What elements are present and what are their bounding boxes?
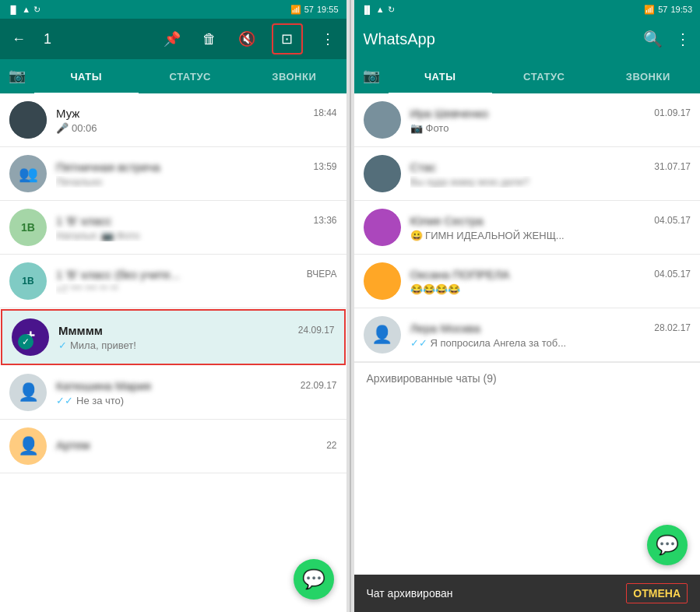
right-avatar-5: 👤 (364, 316, 401, 353)
right-avatar-2-img (364, 155, 401, 192)
chat-name-2: Пятничная встреча (56, 160, 160, 174)
chat-header-3: 1 'В' класс 13:36 (56, 214, 337, 227)
right-chat-header-2: Стас 31.07.17 (410, 160, 691, 174)
chat-name-7: Артем (56, 438, 90, 452)
avatar-4: 1В (9, 262, 47, 300)
archive-section[interactable]: Архивированные чаты (9) (354, 362, 701, 394)
left-fab[interactable]: 💬 (294, 559, 334, 600)
right-chat-item-4[interactable]: Оксана ПОПРЕЛА 04.05.17 😂😂😂😂 (354, 255, 701, 308)
chat-name-6: Катюшина Мария (56, 379, 151, 392)
sync-icon: ↻ (33, 5, 40, 15)
chat-item-3[interactable]: 1В 1 'В' класс 13:36 Наталья: 📷 Фото (0, 201, 346, 255)
status-tab[interactable]: СТАТУС (139, 60, 243, 94)
right-chat-content-3: Юлия Сестра 04.05.17 😀 ГИМН ИДЕАЛЬНОЙ ЖЕ… (410, 214, 691, 241)
left-action-toolbar: ← 1 📌 🗑 🔇 ⊡ ⋮ (0, 19, 346, 59)
chat-item-7[interactable]: 👤 Артем 22 (0, 420, 346, 473)
right-chat-item-2[interactable]: Стас 31.07.17 Вы куда маму мою дели? (354, 147, 701, 201)
phone-divider (350, 0, 351, 612)
right-fab-icon: 💬 (656, 534, 679, 556)
pin-button[interactable]: 📌 (160, 26, 185, 51)
right-chat-name-2: Стас (410, 160, 436, 174)
snackbar-message: Чат архивирован (367, 587, 453, 600)
snackbar: Чат архивирован ОТМЕНА (354, 575, 701, 612)
chat-content-4: 1 'В' класс (без учите... ВЧЕРА +7 *** *… (56, 268, 337, 295)
search-button[interactable]: 🔍 (643, 30, 663, 48)
chat-content-5: Ммммм 24.09.17 ✓ Мила, привет! (58, 324, 335, 351)
right-chat-item-1[interactable]: Ира Шевченко 01.09.17 📷 Фото (354, 93, 701, 147)
wifi-icon: 📶 (290, 5, 301, 15)
right-chat-item-3[interactable]: Юлия Сестра 04.05.17 😀 ГИМН ИДЕАЛЬНОЙ ЖЕ… (354, 201, 701, 255)
chat-content-7: Артем 22 (56, 438, 337, 454)
right-chat-name-4: Оксана ПОПРЕЛА (410, 268, 510, 281)
right-chat-time-2: 31.07.17 (654, 161, 691, 172)
chat-time-3: 13:36 (313, 215, 336, 226)
left-status-right: 📶 57 19:55 (290, 5, 339, 15)
left-phone: ▐▌ ▲ ↻ 📶 57 19:55 ← 1 📌 🗑 🔇 ⊡ ⋮ 📷 ЧАТЫ С… (0, 0, 346, 612)
right-chat-list: Ира Шевченко 01.09.17 📷 Фото Стас 31.07.… (354, 93, 701, 612)
right-avatar-1 (364, 101, 401, 139)
right-chat-header-5: Лера Москва 28.02.17 (410, 322, 691, 335)
chat-header-7: Артем 22 (56, 438, 337, 452)
avatar-7: 👤 (9, 427, 47, 465)
right-chat-time-1: 01.09.17 (654, 107, 691, 118)
right-battery-text: 57 (658, 5, 667, 14)
right-camera-icon: 📷 (363, 67, 380, 84)
archive-icon: ⊡ (275, 26, 300, 51)
right-chat-name-5: Лера Москва (410, 322, 480, 335)
right-avatar-4-img (364, 262, 401, 300)
chat-item-1[interactable]: Муж 18:44 🎤 00:06 (0, 93, 346, 147)
chat-time-4: ВЧЕРА (307, 269, 337, 280)
chat-header-6: Катюшина Мария 22.09.17 (56, 379, 337, 392)
more-menu-button[interactable]: ⋮ (675, 30, 691, 48)
chat-item-4[interactable]: 1В 1 'В' класс (без учите... ВЧЕРА +7 **… (0, 255, 346, 308)
camera-tab-icon[interactable]: 📷 (0, 67, 34, 84)
right-camera-tab[interactable]: 📷 (354, 67, 389, 84)
right-chat-header-3: Юлия Сестра 04.05.17 (410, 214, 691, 227)
avatar-7-img: 👤 (9, 427, 47, 465)
right-chat-time-3: 04.05.17 (654, 215, 691, 226)
right-fab[interactable]: 💬 (647, 525, 688, 565)
avatar-5: ✝ ✓ (12, 318, 49, 356)
chat-content-3: 1 'В' класс 13:36 Наталья: 📷 Фото (56, 214, 337, 241)
left-chat-list: Муж 18:44 🎤 00:06 👥 Пятничная встреча 13… (0, 93, 346, 612)
chat-preview-4: +7 *** *** ** ** (56, 283, 337, 295)
chat-item-6[interactable]: 👤 Катюшина Мария 22.09.17 ✓✓ Не за что) (0, 366, 346, 420)
calls-tab[interactable]: ЗВОНКИ (242, 60, 346, 94)
chat-item-5[interactable]: ✝ ✓ Ммммм 24.09.17 ✓ Мила, привет! (1, 309, 346, 365)
left-tabs: 📷 ЧАТЫ СТАТУС ЗВОНКИ (0, 59, 346, 93)
battery-text: 57 (304, 5, 314, 14)
more-button[interactable]: ⋮ (315, 26, 340, 51)
alert-icon: ▲ (22, 5, 30, 14)
avatar-1 (9, 101, 47, 139)
back-button[interactable]: ← (6, 26, 31, 51)
right-chat-preview-2: Вы куда маму мою дели? (410, 176, 691, 188)
chat-time-7: 22 (326, 440, 336, 451)
snackbar-action-button[interactable]: ОТМЕНА (626, 583, 688, 603)
right-chat-time-5: 28.02.17 (654, 322, 691, 333)
right-chat-item-5[interactable]: 👤 Лера Москва 28.02.17 ✓✓ Я попросила Ан… (354, 308, 701, 362)
right-chat-preview-5: ✓✓ Я попросила Ангела за тоб... (410, 337, 691, 349)
chats-tab[interactable]: ЧАТЫ (34, 60, 139, 94)
left-fab-icon: 💬 (302, 568, 325, 590)
left-status-bar: ▐▌ ▲ ↻ 📶 57 19:55 (0, 0, 346, 19)
chat-item-2[interactable]: 👥 Пятничная встреча 13:59 Печально (0, 147, 346, 201)
chat-header-2: Пятничная встреча 13:59 (56, 160, 337, 174)
avatar-3-img: 1В (9, 209, 47, 246)
right-status-tab[interactable]: СТАТУС (492, 60, 596, 94)
right-phone: ▐▌ ▲ ↻ 📶 57 19:53 WhatsApp 🔍 ⋮ 📷 ЧАТЫ СТ… (354, 0, 701, 612)
archive-button-highlighted[interactable]: ⊡ (272, 23, 303, 55)
right-toolbar: WhatsApp 🔍 ⋮ (354, 19, 701, 59)
delete-button[interactable]: 🗑 (197, 26, 222, 51)
mute-button[interactable]: 🔇 (234, 26, 259, 51)
right-calls-tab[interactable]: ЗВОНКИ (596, 60, 701, 94)
chat-time-1: 18:44 (313, 107, 336, 118)
archive-label: Архивированные чаты (9) (367, 372, 497, 385)
chat-content-1: Муж 18:44 🎤 00:06 (56, 107, 337, 134)
right-chats-tab[interactable]: ЧАТЫ (389, 60, 493, 94)
chat-header-5: Ммммм 24.09.17 (58, 324, 335, 337)
chat-preview-6: ✓✓ Не за что) (56, 395, 337, 406)
right-chat-preview-4: 😂😂😂😂 (410, 283, 691, 295)
right-chat-time-4: 04.05.17 (654, 269, 691, 280)
chat-name-1: Муж (56, 107, 79, 120)
avatar-1-img (9, 101, 47, 139)
